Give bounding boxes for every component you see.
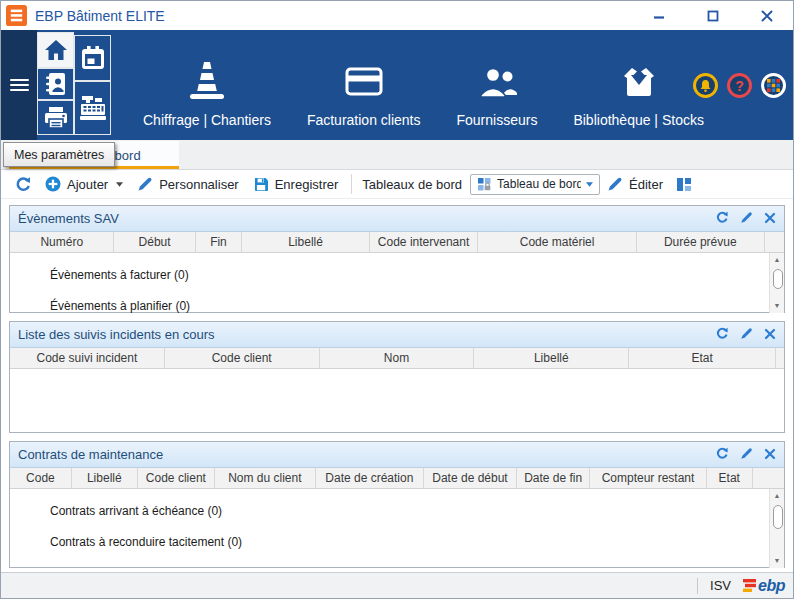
column-header-nom-du-client[interactable]: Nom du client: [215, 468, 316, 488]
panel-title: Liste des suivis incidents en cours: [18, 327, 716, 342]
column-header-code-intervenant[interactable]: Code intervenant: [370, 232, 478, 252]
ebp-app-logo-icon: [6, 5, 27, 26]
statusbar-separator: [697, 578, 698, 594]
panel-close-icon: [764, 212, 776, 224]
maximize-button[interactable]: [703, 7, 723, 25]
column-header-libelle[interactable]: Libellé: [242, 232, 370, 252]
panel-refresh-button[interactable]: [716, 446, 729, 464]
menu-button[interactable]: [1, 30, 37, 140]
column-header-date-de-creation[interactable]: Date de création: [316, 468, 424, 488]
edit-button[interactable]: Éditer: [600, 176, 670, 192]
quick-tile-home[interactable]: [38, 33, 73, 67]
scroll-down-icon[interactable]: ▼: [770, 300, 784, 312]
column-header-code-client[interactable]: Code client: [165, 348, 320, 368]
group-row[interactable]: Contrats arrivant à échéance (0): [10, 495, 784, 526]
panel-close-button[interactable]: [764, 210, 776, 228]
quick-tile-printer[interactable]: [38, 101, 73, 134]
group-row[interactable]: Évènements à facturer (0): [10, 259, 784, 290]
scroll-up-icon[interactable]: ▲: [770, 490, 784, 502]
ebp-stripes-icon: [743, 578, 756, 593]
nav-item-label: Chiffrage | Chantiers: [143, 112, 271, 128]
column-header-etat[interactable]: Etat: [629, 348, 776, 368]
column-header-compteur-restant[interactable]: Compteur restant: [590, 468, 706, 488]
quick-tile-cash-register[interactable]: [75, 82, 110, 134]
close-button[interactable]: [757, 7, 777, 25]
nav-item-label: Facturation clients: [307, 112, 421, 128]
vertical-scrollbar[interactable]: ▲▼: [769, 253, 784, 313]
column-header-nom[interactable]: Nom: [320, 348, 475, 368]
vertical-scrollbar[interactable]: ▲▼: [769, 489, 784, 568]
printer-icon: [43, 106, 69, 130]
column-header-code[interactable]: Code: [10, 468, 72, 488]
layout-button[interactable]: [670, 177, 698, 192]
hamburger-icon: [10, 76, 29, 94]
credit-card-icon: [340, 62, 388, 102]
utility-apps-button[interactable]: [761, 73, 786, 98]
panel-actions: [716, 326, 776, 344]
panel-refresh-button[interactable]: [716, 210, 729, 228]
scroll-up-icon[interactable]: ▲: [770, 254, 784, 266]
nav-item-facturation-clients[interactable]: Facturation clients: [289, 30, 439, 140]
panel-close-icon: [764, 448, 776, 460]
ebp-brand-text: ebp: [758, 578, 785, 594]
window-controls: [649, 7, 777, 25]
bell-icon: [699, 79, 712, 93]
quick-tile-calendar[interactable]: [75, 36, 110, 80]
panel-edit-button[interactable]: [740, 210, 753, 228]
utility-bell-button[interactable]: [693, 73, 718, 98]
column-header-date-de-debut[interactable]: Date de début: [424, 468, 517, 488]
minimize-icon: [652, 9, 666, 23]
panel-contrats-de-maintenance: Contrats de maintenanceCodeLibelléCode c…: [9, 441, 785, 568]
open-box-icon: [615, 62, 663, 102]
nav-item-fournisseurs[interactable]: Fournisseurs: [439, 30, 556, 140]
dashboard-select[interactable]: Tableau de bord Maint...: [470, 174, 600, 195]
panel-refresh-button[interactable]: [716, 326, 729, 344]
scrollbar-thumb[interactable]: [773, 505, 783, 529]
minimize-button[interactable]: [649, 7, 669, 25]
column-header-code-materiel[interactable]: Code matériel: [478, 232, 637, 252]
calendar-icon: [80, 45, 106, 71]
column-header-duree-prevue[interactable]: Durée prévue: [637, 232, 765, 252]
column-header-code-client[interactable]: Code client: [138, 468, 215, 488]
panel-close-button[interactable]: [764, 446, 776, 464]
refresh-button[interactable]: [9, 176, 38, 193]
pencil-icon: [137, 176, 153, 192]
panel-close-button[interactable]: [764, 326, 776, 344]
titlebar: EBP Bâtiment ELITE: [1, 1, 793, 30]
save-icon: [253, 176, 269, 192]
save-button[interactable]: Enregistrer: [246, 176, 346, 192]
panel-rows: Évènements à facturer (0)Évènements à pl…: [10, 253, 784, 313]
group-row[interactable]: Contrats à ne pas reconduire tacitement …: [10, 557, 784, 568]
scroll-down-icon[interactable]: ▼: [770, 555, 784, 567]
quick-tile-contacts[interactable]: [38, 69, 73, 99]
personalize-button[interactable]: Personnaliser: [130, 176, 246, 192]
dashboard-toolbar: Ajouter Personnaliser Enregistrer Tablea…: [1, 170, 793, 199]
nav-item-chiffrage-chantiers[interactable]: Chiffrage | Chantiers: [125, 30, 289, 140]
column-header-libelle[interactable]: Libellé: [474, 348, 629, 368]
column-header-fin[interactable]: Fin: [196, 232, 242, 252]
home-icon: [44, 39, 68, 61]
add-button[interactable]: Ajouter: [38, 176, 130, 192]
panel-edit-button[interactable]: [740, 326, 753, 344]
contacts-icon: [43, 71, 69, 97]
apps-icon: [767, 79, 780, 92]
panel-edit-button[interactable]: [740, 446, 753, 464]
utility-help-button[interactable]: ?: [727, 73, 752, 98]
column-header-code-suivi-incident[interactable]: Code suivi incident: [10, 348, 165, 368]
column-header-etat[interactable]: Etat: [707, 468, 753, 488]
scrollbar-thumb[interactable]: [773, 269, 783, 289]
column-header-date-de-fin[interactable]: Date de fin: [517, 468, 591, 488]
panel-body: [10, 369, 784, 433]
column-header-numero[interactable]: Numéro: [10, 232, 114, 252]
column-header-debut[interactable]: Début: [114, 232, 195, 252]
panel-title: Contrats de maintenance: [18, 447, 716, 462]
layout-grid-icon: [676, 177, 692, 192]
panel-rows: [10, 369, 784, 375]
cash-register-icon: [79, 95, 107, 121]
group-row[interactable]: Évènements à planifier (0): [10, 290, 784, 313]
tooltip-mes-parametres: Mes paramètres: [3, 142, 115, 167]
column-header-libelle[interactable]: Libellé: [72, 468, 138, 488]
panel-refresh-icon: [716, 211, 729, 224]
group-row[interactable]: Contrats à reconduire tacitement (0): [10, 526, 784, 557]
panel-body: Évènements à facturer (0)Évènements à pl…: [10, 253, 784, 313]
